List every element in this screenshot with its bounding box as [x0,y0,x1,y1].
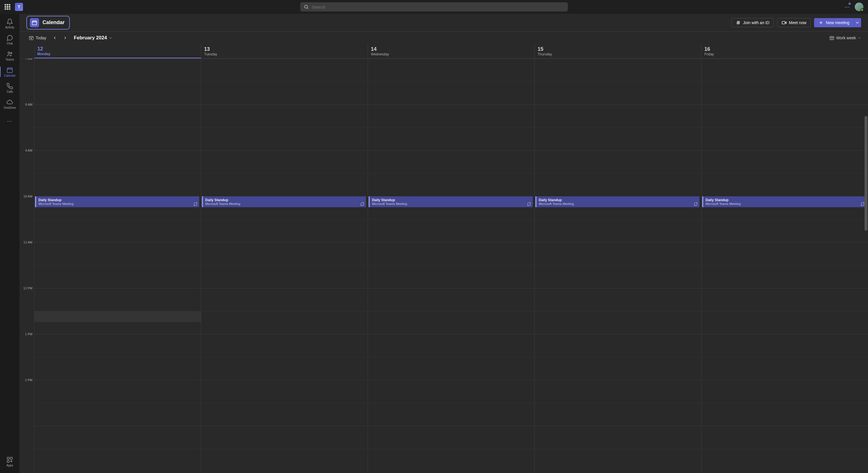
calendar-event[interactable]: Daily StandupMicrosoft Teams Meeting [535,196,700,207]
app-launcher[interactable] [5,4,10,10]
calendar-app-icon [30,18,39,27]
day-name: Thursday [538,52,699,56]
day-number: 16 [704,46,865,52]
rail-label: Chat [7,42,12,45]
day-column[interactable]: Daily StandupMicrosoft Teams Meeting [702,59,868,473]
plus-icon [818,20,824,25]
rail-apps[interactable]: Apps [0,453,20,470]
day-header[interactable]: 13Tuesday [201,44,368,58]
time-label: 11 AM [24,241,32,244]
day-number: 13 [204,46,365,52]
calendar-event[interactable]: Daily StandupMicrosoft Teams Meeting [369,196,533,207]
rail-onedrive[interactable]: OneDrive [0,96,20,112]
day-name: Tuesday [204,52,365,56]
new-meeting-button[interactable]: New meeting [814,18,854,27]
svg-rect-26 [830,36,834,40]
next-week-button[interactable] [61,34,69,42]
page-title-chip: Calendar [26,16,70,30]
time-label: 10 AM [24,195,32,198]
day-column[interactable]: Daily StandupMicrosoft Teams Meeting [535,59,702,473]
avatar[interactable] [855,3,863,11]
event-subtitle: Microsoft Teams Meeting [539,202,697,206]
rail-activity[interactable]: Activity [0,15,20,32]
day-number: 12 [37,46,198,52]
rail-teams[interactable]: Teams [0,48,20,64]
svg-rect-19 [782,21,785,24]
view-switcher[interactable]: Work week [829,35,861,40]
svg-line-17 [737,21,738,25]
svg-point-3 [11,52,12,54]
event-subtitle: Microsoft Teams Meeting [38,202,197,206]
recurring-icon [360,202,364,206]
rail-label: OneDrive [4,106,16,109]
day-number: 14 [371,46,532,52]
search-input[interactable] [312,5,564,9]
rail-label: Activity [5,26,14,29]
calendar-event[interactable]: Daily StandupMicrosoft Teams Meeting [702,196,866,207]
current-time-indicator [34,311,201,322]
today-button[interactable]: Today [26,34,49,42]
day-column[interactable]: Daily StandupMicrosoft Teams Meeting [201,59,368,473]
prev-week-button[interactable] [51,34,59,42]
calendar-event[interactable]: Daily StandupMicrosoft Teams Meeting [35,196,199,207]
time-label: 12 PM [23,286,32,290]
chevron-down-icon [858,36,861,40]
chevron-down-icon [109,36,112,40]
teams-logo-icon: T [15,3,23,11]
svg-rect-9 [10,457,12,459]
event-subtitle: Microsoft Teams Meeting [372,202,530,206]
recurring-icon [527,202,531,206]
time-label: 9 AM [25,149,32,152]
svg-point-2 [8,52,10,54]
month-label: February 2024 [74,35,107,41]
month-picker[interactable]: February 2024 [74,35,112,41]
new-meeting-dropdown[interactable] [854,18,861,27]
rail-calls[interactable]: Calls [0,80,20,96]
chevron-left-icon [53,36,57,40]
day-name: Monday [37,52,198,56]
cloud-icon [6,99,13,106]
event-title: Daily Standup [205,198,364,202]
day-header[interactable]: 14Wednesday [368,44,535,58]
join-with-id-button[interactable]: Join with an ID [732,18,774,27]
bell-icon [6,19,13,25]
event-title: Daily Standup [38,198,197,202]
calendar-event[interactable]: Daily StandupMicrosoft Teams Meeting [202,196,366,207]
page-title: Calendar [42,20,65,26]
scrollbar[interactable] [865,116,867,231]
hash-icon [736,20,741,25]
view-label: Work week [836,36,856,40]
day-column[interactable]: Daily StandupMicrosoft Teams Meeting [34,59,201,473]
svg-line-1 [307,8,308,9]
people-icon [6,51,13,57]
video-icon [782,20,787,25]
rail-more[interactable]: ⋯ [0,113,20,129]
button-label: Join with an ID [743,20,770,25]
phone-icon [6,83,13,90]
more-icon: ⋯ [7,118,12,124]
chevron-right-icon [63,36,67,40]
event-title: Daily Standup [372,198,530,202]
svg-line-18 [739,21,739,25]
more-options-icon[interactable]: ⋯ [844,4,850,10]
rail-chat[interactable]: Chat [0,32,20,48]
button-label: Meet now [789,20,807,25]
time-label: 2 PM [25,378,32,382]
event-subtitle: Microsoft Teams Meeting [205,202,364,206]
recurring-icon [861,202,865,206]
day-header[interactable]: 15Thursday [535,44,702,58]
day-column[interactable]: Daily StandupMicrosoft Teams Meeting [368,59,535,473]
time-label: 7 AM [25,59,32,60]
day-header[interactable]: 12Monday [34,44,201,58]
app-rail: Activity Chat Teams Calendar Calls OneDr… [0,14,20,473]
search-box[interactable] [300,2,568,11]
day-name: Friday [704,52,865,56]
day-header[interactable]: 16Friday [702,44,868,58]
calendar-view-icon [829,35,834,40]
meet-now-button[interactable]: Meet now [777,18,811,27]
rail-calendar[interactable]: Calendar [0,64,20,80]
day-number: 15 [538,46,699,52]
day-name: Wednesday [371,52,532,56]
rail-label: Calendar [4,74,16,77]
time-label: 1 PM [25,333,32,336]
